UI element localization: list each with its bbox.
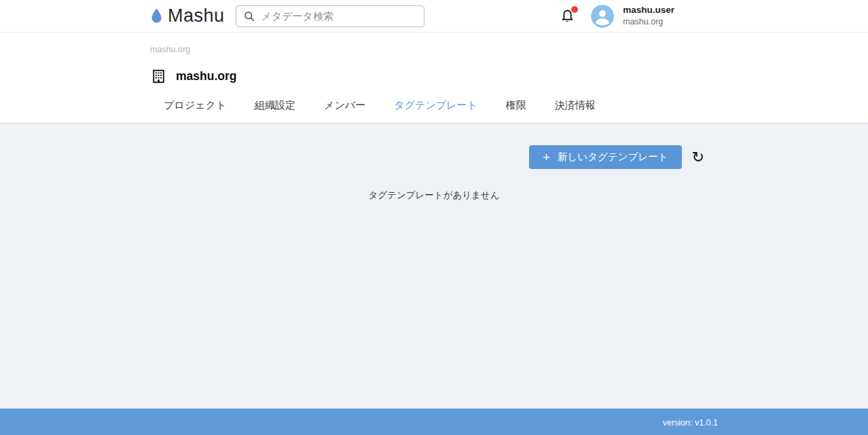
search-box[interactable] xyxy=(236,5,424,27)
app-logo[interactable]: Mashu xyxy=(150,5,225,26)
search-icon xyxy=(243,10,255,22)
water-drop-icon xyxy=(150,7,163,25)
tab-projects[interactable]: プロジェクト xyxy=(164,90,226,123)
new-tag-template-label: 新しいタグテンプレート xyxy=(558,151,668,164)
tab-permissions[interactable]: 権限 xyxy=(506,90,526,123)
app-header: Mashu xyxy=(0,0,868,33)
app-footer: version: v1.0.1 xyxy=(0,409,868,435)
page-title: mashu.org xyxy=(176,69,236,83)
tag-templates-panel: + 新しいタグテンプレート ↻ タグテンプレートがありません xyxy=(0,124,868,409)
user-name: mashu.user xyxy=(623,5,674,16)
plus-icon: + xyxy=(543,151,550,164)
version-label: version: v1.0.1 xyxy=(663,418,718,428)
tab-tag-templates[interactable]: タグテンプレート xyxy=(394,90,477,123)
org-tabs: プロジェクト 組織設定 メンバー タグテンプレート 権限 決済情報 xyxy=(164,90,718,123)
empty-state-message: タグテンプレートがありません xyxy=(150,189,718,202)
refresh-button[interactable]: ↻ xyxy=(692,150,704,165)
page-header: mashu.org mashu.org xyxy=(0,33,868,124)
search-input[interactable] xyxy=(261,10,417,22)
notification-badge xyxy=(571,6,578,13)
new-tag-template-button[interactable]: + 新しいタグテンプレート xyxy=(529,145,682,169)
tab-members[interactable]: メンバー xyxy=(324,90,365,123)
refresh-icon: ↻ xyxy=(692,149,704,166)
organization-building-icon xyxy=(150,68,167,85)
user-menu[interactable]: mashu.user mashu.org xyxy=(623,5,674,26)
user-org: mashu.org xyxy=(623,18,674,27)
tab-org-settings[interactable]: 組織設定 xyxy=(255,90,295,123)
breadcrumb[interactable]: mashu.org xyxy=(150,33,718,54)
tab-billing[interactable]: 決済情報 xyxy=(555,90,596,123)
avatar[interactable] xyxy=(591,5,614,28)
notifications-button[interactable] xyxy=(559,7,577,25)
logo-text: Mashu xyxy=(168,5,225,26)
